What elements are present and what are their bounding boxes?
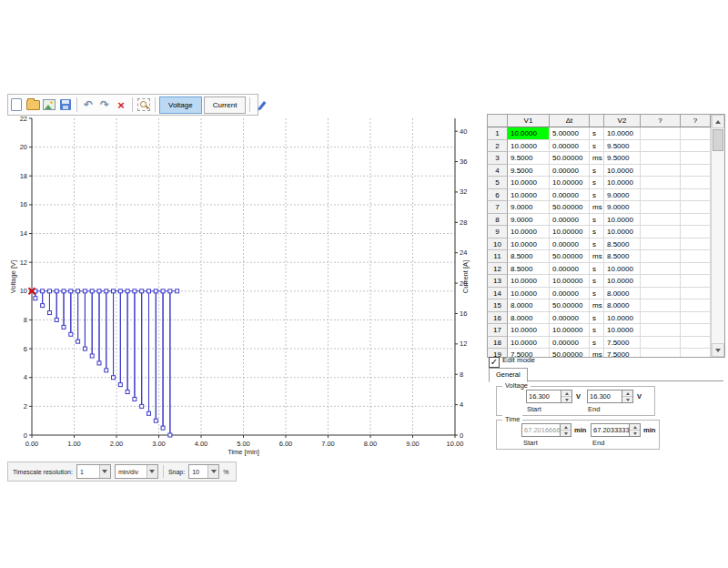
table-cell[interactable] (641, 250, 681, 263)
table-cell[interactable]: 10.0000 (508, 337, 550, 350)
table-cell[interactable]: 10.0000 (508, 140, 550, 153)
table-cell[interactable]: 10.0000 (604, 275, 641, 288)
edit-mode-checkbox[interactable]: ✓ (489, 357, 500, 368)
table-cell[interactable] (681, 201, 711, 214)
table-cell[interactable] (641, 263, 681, 276)
chevron-down-icon[interactable] (99, 465, 110, 478)
table-cell[interactable] (641, 349, 681, 358)
table-cell[interactable]: 0.00000 (550, 214, 590, 227)
table-cell[interactable] (641, 177, 681, 189)
table-cell[interactable]: 10.0000 (604, 312, 641, 325)
export-image-button[interactable] (41, 96, 57, 113)
table-cell[interactable]: ms (590, 152, 604, 165)
table-cell[interactable] (641, 299, 681, 312)
chevron-down-icon[interactable] (147, 465, 157, 478)
table-cell[interactable]: 0.00000 (550, 337, 590, 350)
spin-down-icon[interactable] (630, 431, 640, 436)
table-cell[interactable]: s (590, 165, 604, 178)
row-number[interactable]: 9 (488, 226, 508, 238)
table-cell[interactable]: 9.5000 (604, 140, 641, 153)
table-cell[interactable] (681, 177, 711, 189)
table-cell[interactable] (681, 324, 711, 337)
table-cell[interactable]: s (590, 127, 604, 140)
row-number[interactable]: 11 (488, 250, 508, 263)
table-cell[interactable] (681, 275, 711, 288)
table-cell[interactable]: ms (590, 250, 604, 263)
row-number[interactable]: 16 (488, 312, 508, 325)
voltage-start-spinner[interactable]: 16.300 (526, 390, 572, 403)
row-number[interactable]: 13 (488, 275, 508, 288)
table-cell[interactable]: s (590, 288, 604, 300)
table-cell[interactable]: s (590, 337, 604, 350)
row-number[interactable]: 8 (488, 214, 508, 227)
table-cell[interactable] (641, 165, 681, 178)
table-cell[interactable]: 9.5000 (508, 152, 550, 165)
redo-button[interactable]: ↷ (96, 96, 113, 113)
table-cell[interactable]: 10.0000 (604, 214, 641, 227)
table-cell[interactable]: 7.5000 (604, 349, 641, 358)
spin-up-icon[interactable] (561, 390, 571, 397)
table-cell[interactable] (641, 201, 681, 214)
sequence-table[interactable]: V1ΔtV2??110.00005.00000s10.0000210.00000… (487, 114, 725, 358)
table-cell[interactable] (681, 337, 711, 350)
row-number[interactable]: 6 (488, 189, 508, 202)
table-cell[interactable] (641, 214, 681, 227)
spin-down-icon[interactable] (622, 397, 632, 402)
table-cell[interactable]: 10.0000 (604, 165, 641, 178)
table-cell[interactable]: 10.00000 (550, 275, 590, 288)
time-end-spinner[interactable]: 67.2033333 (591, 423, 641, 437)
table-cell[interactable]: 10.0000 (508, 275, 550, 288)
scrollbar-thumb[interactable] (713, 129, 723, 151)
table-cell[interactable]: 9.5000 (508, 165, 550, 178)
snap-select[interactable]: 10 (188, 464, 219, 479)
table-cell[interactable]: 10.00000 (550, 324, 590, 337)
table-cell[interactable]: s (590, 140, 604, 153)
table-cell[interactable] (641, 238, 681, 251)
table-cell[interactable]: 50.00000 (550, 201, 590, 214)
table-cell[interactable]: 8.0000 (604, 299, 641, 312)
table-cell[interactable]: 10.0000 (508, 324, 550, 337)
table-cell[interactable]: 50.00000 (550, 152, 590, 165)
table-cell[interactable] (681, 299, 711, 312)
table-cell[interactable]: 10.0000 (508, 226, 550, 238)
table-cell[interactable] (681, 226, 711, 238)
row-number[interactable]: 12 (488, 263, 508, 276)
table-cell[interactable]: 10.0000 (508, 288, 550, 300)
row-number[interactable]: 18 (488, 337, 508, 350)
tab-current[interactable]: Current (204, 96, 247, 114)
voltage-end-spinner[interactable]: 16.300 (587, 390, 633, 403)
table-cell[interactable]: s (590, 177, 604, 189)
table-cell[interactable]: 9.5000 (604, 152, 641, 165)
table-cell[interactable]: 8.5000 (604, 238, 641, 251)
table-cell[interactable] (681, 312, 711, 325)
table-cell[interactable]: 0.00000 (550, 288, 590, 300)
table-cell[interactable] (681, 263, 711, 276)
zoom-selection-button[interactable] (136, 96, 152, 113)
table-cell[interactable]: 50.00000 (550, 349, 590, 358)
row-number[interactable]: 4 (488, 165, 508, 178)
table-cell[interactable]: 8.0000 (604, 288, 641, 300)
table-cell[interactable] (681, 152, 711, 165)
table-cell[interactable]: 8.5000 (508, 263, 550, 276)
vertical-scrollbar[interactable] (711, 115, 724, 357)
table-cell[interactable]: 10.0000 (508, 238, 550, 251)
timescale-unit-select[interactable]: min/div (115, 464, 158, 479)
table-cell[interactable] (641, 337, 681, 350)
table-cell[interactable] (681, 238, 711, 251)
table-cell[interactable] (641, 152, 681, 165)
row-number[interactable]: 17 (488, 324, 508, 337)
table-cell[interactable]: 7.5000 (604, 337, 641, 350)
table-cell[interactable]: s (590, 275, 604, 288)
scroll-up-button[interactable] (712, 115, 724, 128)
table-cell[interactable] (681, 127, 711, 140)
open-file-button[interactable] (25, 96, 41, 113)
new-document-button[interactable] (8, 96, 25, 113)
table-cell[interactable]: 10.0000 (604, 324, 641, 337)
row-number[interactable]: 1 (488, 127, 508, 140)
table-cell[interactable]: 10.0000 (604, 263, 641, 276)
tab-voltage[interactable]: Voltage (159, 96, 202, 114)
timescale-resolution-select[interactable]: 1 (76, 464, 111, 479)
save-button[interactable] (57, 96, 74, 113)
selected-cell[interactable]: 10.0000 (508, 127, 550, 140)
table-cell[interactable]: s (590, 226, 604, 238)
